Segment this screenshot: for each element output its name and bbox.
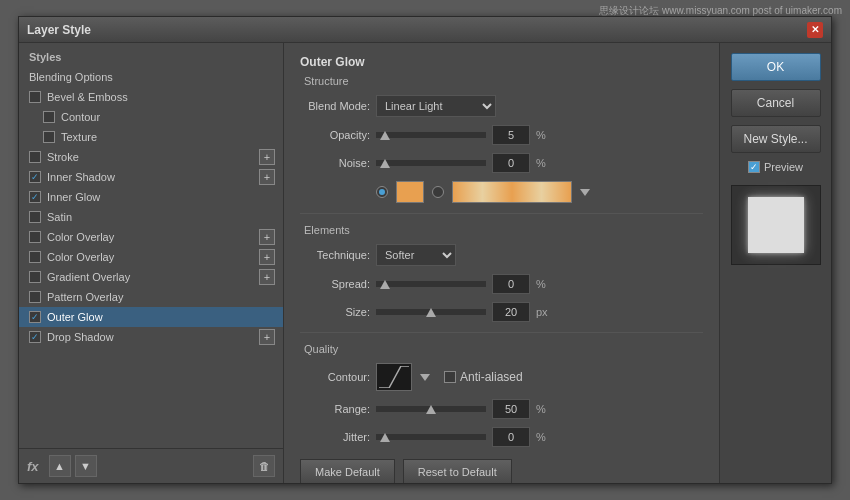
spread-label: Spread: <box>300 278 370 290</box>
stroke-checkbox[interactable] <box>29 151 41 163</box>
range-input[interactable] <box>492 399 530 419</box>
sidebar-item-gradient-overlay[interactable]: Gradient Overlay + <box>19 267 283 287</box>
jitter-input[interactable] <box>492 427 530 447</box>
bevel-emboss-checkbox[interactable] <box>29 91 41 103</box>
quality-title: Quality <box>300 343 703 355</box>
drop-shadow-plus-button[interactable]: + <box>259 329 275 345</box>
gradient-radio[interactable] <box>432 186 444 198</box>
sidebar-item-inner-shadow[interactable]: ✓ Inner Shadow + <box>19 167 283 187</box>
action-row: Make Default Reset to Default <box>300 459 703 483</box>
delete-button[interactable]: 🗑 <box>253 455 275 477</box>
styles-header: Styles <box>19 43 283 67</box>
contour-checkbox[interactable] <box>43 111 55 123</box>
sidebar-item-color-overlay2[interactable]: Color Overlay + <box>19 247 283 267</box>
contour-preview[interactable] <box>376 363 412 391</box>
stroke-plus-button[interactable]: + <box>259 149 275 165</box>
technique-row: Technique: Softer Precise <box>300 244 703 266</box>
sidebar-item-drop-shadow[interactable]: ✓ Drop Shadow + <box>19 327 283 347</box>
spread-input[interactable] <box>492 274 530 294</box>
size-slider-track[interactable] <box>376 309 486 315</box>
jitter-slider-container <box>376 434 486 440</box>
color-swatch[interactable] <box>396 181 424 203</box>
noise-slider-thumb[interactable] <box>380 159 390 168</box>
dialog-title: Layer Style <box>27 23 807 37</box>
drop-shadow-checkbox[interactable]: ✓ <box>29 331 41 343</box>
color-overlay1-checkbox[interactable] <box>29 231 41 243</box>
range-slider-track[interactable] <box>376 406 486 412</box>
close-button[interactable]: ✕ <box>807 22 823 38</box>
separator2 <box>300 332 703 333</box>
layer-style-dialog: Layer Style ✕ Styles Blending Options Be… <box>18 16 832 484</box>
sidebar-item-stroke[interactable]: Stroke + <box>19 147 283 167</box>
sidebar-item-blending-options[interactable]: Blending Options <box>19 67 283 87</box>
sidebar-item-color-overlay1[interactable]: Color Overlay + <box>19 227 283 247</box>
satin-label: Satin <box>47 211 72 223</box>
range-unit: % <box>536 403 550 415</box>
color-row <box>300 181 703 203</box>
spread-slider-thumb[interactable] <box>380 280 390 289</box>
color-overlay2-checkbox[interactable] <box>29 251 41 263</box>
gradient-swatch[interactable] <box>452 181 572 203</box>
jitter-slider-thumb[interactable] <box>380 433 390 442</box>
preview-checkbox[interactable]: ✓ <box>748 161 760 173</box>
move-down-button[interactable]: ▼ <box>75 455 97 477</box>
reset-default-button[interactable]: Reset to Default <box>403 459 512 483</box>
spread-slider-track[interactable] <box>376 281 486 287</box>
jitter-slider-track[interactable] <box>376 434 486 440</box>
technique-select[interactable]: Softer Precise <box>376 244 456 266</box>
range-slider-thumb[interactable] <box>426 405 436 414</box>
contour-row: Contour: Anti-aliased <box>300 363 703 391</box>
pattern-overlay-checkbox[interactable] <box>29 291 41 303</box>
opacity-slider-track[interactable] <box>376 132 486 138</box>
move-up-button[interactable]: ▲ <box>49 455 71 477</box>
outer-glow-checkbox[interactable]: ✓ <box>29 311 41 323</box>
opacity-slider-thumb[interactable] <box>380 131 390 140</box>
sidebar-item-contour[interactable]: Contour <box>19 107 283 127</box>
color-overlay1-plus-button[interactable]: + <box>259 229 275 245</box>
outer-glow-label: Outer Glow <box>47 311 103 323</box>
gradient-dropdown-arrow[interactable] <box>580 189 590 196</box>
color-radio[interactable] <box>376 186 388 198</box>
blend-mode-select[interactable]: NormalDissolveDarkenMultiplyColor BurnLi… <box>376 95 496 117</box>
make-default-button[interactable]: Make Default <box>300 459 395 483</box>
sidebar-item-texture[interactable]: Texture <box>19 127 283 147</box>
sidebar-item-satin[interactable]: Satin <box>19 207 283 227</box>
noise-input[interactable] <box>492 153 530 173</box>
gradient-overlay-checkbox[interactable] <box>29 271 41 283</box>
new-style-button[interactable]: New Style... <box>731 125 821 153</box>
ok-button[interactable]: OK <box>731 53 821 81</box>
sidebar-item-inner-glow[interactable]: ✓ Inner Glow <box>19 187 283 207</box>
anti-alias-checkbox[interactable] <box>444 371 456 383</box>
color-overlay2-plus-button[interactable]: + <box>259 249 275 265</box>
left-panel: Styles Blending Options Bevel & Emboss C… <box>19 43 284 483</box>
cancel-button[interactable]: Cancel <box>731 89 821 117</box>
opacity-input[interactable] <box>492 125 530 145</box>
inner-shadow-checkbox[interactable]: ✓ <box>29 171 41 183</box>
preview-text: Preview <box>764 161 803 173</box>
contour-dropdown-arrow[interactable] <box>420 374 430 381</box>
right-panel: OK Cancel New Style... ✓ Preview <box>719 43 831 483</box>
preview-label: ✓ Preview <box>748 161 803 173</box>
noise-slider-track[interactable] <box>376 160 486 166</box>
inner-glow-checkbox[interactable]: ✓ <box>29 191 41 203</box>
size-input[interactable] <box>492 302 530 322</box>
opacity-row: Opacity: % <box>300 125 703 145</box>
sidebar-item-outer-glow[interactable]: ✓ Outer Glow <box>19 307 283 327</box>
sidebar-item-bevel-emboss[interactable]: Bevel & Emboss <box>19 87 283 107</box>
size-unit: px <box>536 306 550 318</box>
size-slider-thumb[interactable] <box>426 308 436 317</box>
contour-label: Contour <box>61 111 100 123</box>
jitter-label: Jitter: <box>300 431 370 443</box>
sidebar-item-pattern-overlay[interactable]: Pattern Overlay <box>19 287 283 307</box>
gradient-overlay-plus-button[interactable]: + <box>259 269 275 285</box>
anti-alias-label[interactable]: Anti-aliased <box>444 370 523 384</box>
noise-slider-container <box>376 160 486 166</box>
satin-checkbox[interactable] <box>29 211 41 223</box>
inner-shadow-plus-button[interactable]: + <box>259 169 275 185</box>
jitter-unit: % <box>536 431 550 443</box>
blending-options-label: Blending Options <box>29 71 113 83</box>
spread-slider-container <box>376 281 486 287</box>
noise-label: Noise: <box>300 157 370 169</box>
anti-alias-text: Anti-aliased <box>460 370 523 384</box>
texture-checkbox[interactable] <box>43 131 55 143</box>
